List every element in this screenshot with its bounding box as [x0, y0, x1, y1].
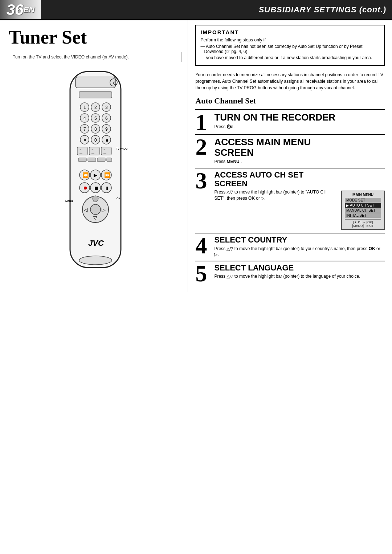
- svg-text:—: —: [91, 151, 94, 155]
- svg-text:✕: ✕: [83, 138, 87, 143]
- svg-text:8: 8: [94, 127, 97, 132]
- menu-item-manual-ch-set: MANUAL CH SET: [345, 208, 381, 213]
- step-4-title: SELECT COUNTRY: [214, 236, 385, 244]
- step-3: 3 ACCESS AUTO CH SETSCREEN Press △▽ to m…: [195, 168, 385, 233]
- page-header: 36EN SUBSIDIARY SETTINGS (cont.): [0, 0, 392, 20]
- menu-screenshot-title: MAIN MENU: [345, 193, 381, 197]
- page-title: Tuner Set: [9, 27, 182, 48]
- left-column: Tuner Set Turn on the TV and select the …: [0, 20, 188, 292]
- svg-text:◁: ◁: [84, 207, 88, 213]
- svg-text:▶: ▶: [94, 172, 97, 178]
- svg-rect-4: [79, 91, 112, 98]
- menu-item-initial-set: INITIAL SET: [345, 213, 381, 218]
- svg-text:⏺: ⏺: [105, 138, 109, 142]
- step-3-inner: Press △▽ to move the highlight bar (poin…: [214, 189, 385, 230]
- svg-text:TV PROG: TV PROG: [116, 147, 128, 150]
- page-suffix: EN: [24, 5, 35, 15]
- svg-text:▽: ▽: [93, 215, 97, 221]
- page-number: 36: [7, 1, 24, 19]
- remote-svg: ⏻ 1 2 3 4 5 6 7: [57, 68, 134, 271]
- step-2-title: ACCESS MAIN MENUSCREEN: [214, 137, 385, 158]
- header-title-block: SUBSIDIARY SETTINGS (cont.): [41, 0, 392, 19]
- step-2-content: ACCESS MAIN MENUSCREEN Press MENU .: [214, 135, 385, 168]
- step-3-title: ACCESS AUTO CH SETSCREEN: [214, 171, 385, 188]
- step-1-desc: Press ⏻/I.: [214, 124, 385, 130]
- menu-item-mode-set: MODE SET: [345, 198, 381, 203]
- step-3-text: Press △▽ to move the highlight bar (poin…: [214, 189, 338, 201]
- step-1-number: 1: [195, 110, 214, 134]
- step-5-title: SELECT LANGUAGE: [214, 264, 385, 272]
- step-1: 1 TURN ON THE RECORDER Press ⏻/I.: [195, 109, 385, 134]
- svg-rect-30: [77, 147, 87, 155]
- svg-text:+: +: [103, 148, 105, 151]
- svg-text:⏸: ⏸: [105, 186, 109, 191]
- step-4: 4 SELECT COUNTRY Press △▽ to move the hi…: [195, 233, 385, 261]
- svg-text:6: 6: [105, 116, 108, 121]
- svg-text:2: 2: [94, 105, 97, 110]
- subtitle-box: Turn on the TV and select the VIDEO chan…: [9, 52, 182, 62]
- svg-rect-1: [75, 77, 115, 88]
- important-title: IMPORTANT: [200, 29, 380, 35]
- step-3-content: ACCESS AUTO CH SETSCREEN Press △▽ to mov…: [214, 168, 385, 233]
- svg-text:⏪: ⏪: [82, 172, 89, 178]
- step-2-number: 2: [195, 135, 214, 159]
- important-list: — Auto Channel Set has not been set corr…: [200, 44, 380, 60]
- important-intro: Perform the following steps only if —: [200, 37, 380, 42]
- svg-text:4: 4: [83, 116, 86, 121]
- svg-point-58: [90, 204, 101, 215]
- header-title: SUBSIDIARY SETTINGS (cont.): [259, 5, 386, 15]
- svg-point-65: [93, 196, 98, 201]
- svg-text:MENU: MENU: [65, 200, 73, 203]
- important-box: IMPORTANT Perform the following steps on…: [195, 25, 385, 66]
- svg-text:⏹: ⏹: [94, 185, 99, 191]
- svg-rect-41: [97, 158, 105, 162]
- step-5-desc: Press △▽ to move the highlight bar (poin…: [214, 273, 385, 280]
- svg-point-64: [79, 256, 112, 265]
- step-1-title: TURN ON THE RECORDER: [214, 112, 385, 123]
- svg-text:—: —: [103, 151, 106, 155]
- section-heading: Auto Channel Set: [195, 96, 385, 106]
- right-column: IMPORTANT Perform the following steps on…: [188, 20, 392, 292]
- svg-text:+: +: [91, 148, 93, 151]
- svg-rect-0: [70, 72, 121, 268]
- step-4-content: SELECT COUNTRY Press △▽ to move the high…: [214, 233, 385, 261]
- svg-text:5: 5: [94, 116, 97, 121]
- remote-image: ⏻ 1 2 3 4 5 6 7: [9, 68, 182, 271]
- important-item-1: — Auto Channel Set has not been set corr…: [200, 44, 380, 54]
- svg-rect-42: [107, 158, 112, 162]
- svg-text:⏻: ⏻: [113, 81, 117, 85]
- step-3-number: 3: [195, 168, 214, 192]
- page-number-block: 36EN: [0, 0, 41, 19]
- svg-text:3: 3: [105, 105, 108, 110]
- step-2-desc: Press MENU .: [214, 159, 385, 165]
- svg-text:1: 1: [83, 105, 86, 110]
- svg-rect-40: [88, 158, 96, 162]
- main-content: Tuner Set Turn on the TV and select the …: [0, 20, 392, 292]
- svg-text:9: 9: [105, 127, 108, 132]
- svg-text:JVC: JVC: [88, 239, 104, 248]
- important-item-2: — you have moved to a different area or …: [200, 55, 380, 60]
- svg-text:—: —: [79, 151, 82, 155]
- svg-text:⏩: ⏩: [104, 172, 111, 178]
- svg-rect-36: [101, 147, 111, 155]
- svg-text:▷: ▷: [102, 207, 106, 213]
- svg-text:0: 0: [94, 138, 97, 143]
- menu-footer: [▲▼] → [OK][MENU] : EXIT: [345, 219, 381, 228]
- svg-text:⏺: ⏺: [83, 185, 88, 191]
- svg-text:+: +: [79, 148, 81, 151]
- body-text: Your recorder needs to memorize all nece…: [195, 72, 385, 91]
- step-5-number: 5: [195, 261, 214, 285]
- step-5-content: SELECT LANGUAGE Press △▽ to move the hig…: [214, 261, 385, 282]
- step-4-number: 4: [195, 233, 214, 257]
- svg-text:7: 7: [83, 127, 86, 132]
- menu-item-auto-ch-set: AUTO CH SET: [345, 203, 381, 208]
- svg-rect-33: [89, 147, 99, 155]
- step-4-desc: Press △▽ to move the highlight bar (poin…: [214, 246, 385, 258]
- step-5: 5 SELECT LANGUAGE Press △▽ to move the h…: [195, 261, 385, 285]
- step-1-content: TURN ON THE RECORDER Press ⏻/I.: [214, 110, 385, 133]
- svg-rect-39: [78, 158, 86, 162]
- step-3-desc: Press △▽ to move the highlight bar (poin…: [214, 189, 338, 201]
- menu-screenshot: MAIN MENU MODE SET AUTO CH SET MANUAL CH…: [341, 191, 385, 230]
- step-2: 2 ACCESS MAIN MENUSCREEN Press MENU .: [195, 134, 385, 168]
- svg-text:OK: OK: [117, 197, 121, 200]
